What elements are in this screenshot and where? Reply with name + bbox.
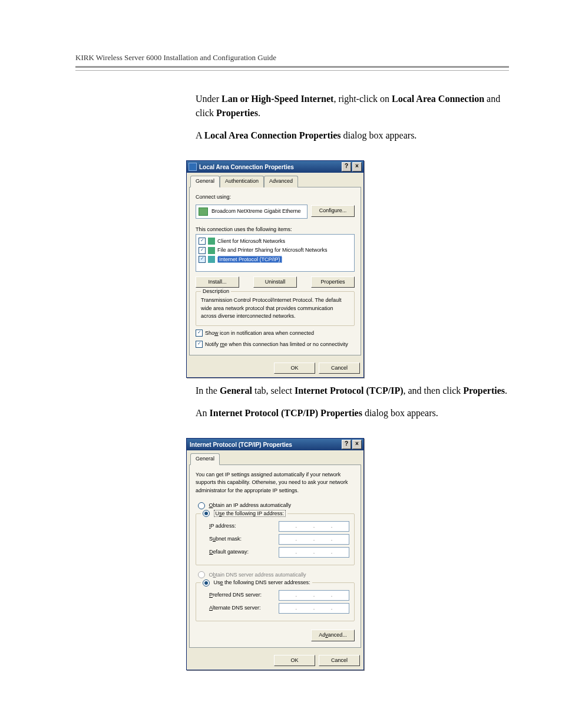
p1-bold-3: Properties xyxy=(216,108,258,118)
checkbox-icon[interactable]: ✓ xyxy=(196,330,203,337)
description-legend: Description xyxy=(201,288,231,296)
p3-text2: tab, select xyxy=(252,386,295,396)
notify-checkbox[interactable]: ✓ Notify me when this connection has lim… xyxy=(196,341,355,349)
pref-dns-input[interactable]: ... xyxy=(279,590,349,601)
p4-bold: Internet Protocol (TCP/IP) Properties xyxy=(210,408,362,418)
p3-bold-1: General xyxy=(220,386,252,396)
advanced-button[interactable]: Advanced... xyxy=(311,630,355,641)
radio-label: Use the following IP address: xyxy=(214,510,286,517)
p1-text4: . xyxy=(258,108,260,118)
titlebar[interactable]: Internet Protocol (TCP/IP) Properties ? … xyxy=(187,439,363,450)
t: lternate DNS server: xyxy=(213,605,261,611)
configure-button[interactable]: Configure... xyxy=(311,205,355,217)
p1-bold-1: Lan or High-Speed Internet xyxy=(222,94,333,104)
gateway-row: Default gateway: ... xyxy=(209,547,349,558)
checkbox-icon[interactable]: ✓ xyxy=(199,238,206,245)
cancel-button[interactable]: Cancel xyxy=(319,363,360,374)
radio-obtain-ip[interactable]: Obtain an IP address automatically xyxy=(198,502,355,510)
t: Us xyxy=(214,579,220,585)
cancel-button[interactable]: Cancel xyxy=(319,655,360,667)
body-content: Under Lan or High-Speed Internet, right-… xyxy=(196,92,509,670)
tab-general[interactable]: General xyxy=(190,176,220,187)
t: e the following IP address: xyxy=(222,510,284,516)
description-group: Description Transmission Control Protoco… xyxy=(196,291,355,326)
p3-text4: . xyxy=(505,386,507,396)
p4-text2: dialog box appears. xyxy=(362,408,438,418)
window-title: Local Area Connection Properties xyxy=(199,163,340,172)
ip-address-input[interactable]: ... xyxy=(279,521,349,532)
list-item-fileprint[interactable]: ✓ File and Printer Sharing for Microsoft… xyxy=(199,246,352,255)
p4-text: An xyxy=(196,408,210,418)
radio-icon[interactable] xyxy=(203,579,210,587)
t: referred DNS server: xyxy=(213,592,262,598)
intro-text: You can get IP settings assigned automat… xyxy=(196,471,355,495)
tab-advanced[interactable]: Advanced xyxy=(264,176,298,187)
p3-text: In the xyxy=(196,386,220,396)
t: P address: xyxy=(211,523,236,529)
dialog-lan-properties-figure: Local Area Connection Properties ? × Gen… xyxy=(186,160,509,378)
checkbox-icon[interactable]: ✓ xyxy=(196,341,203,348)
list-item-label: Internet Protocol (TCP/IP) xyxy=(217,256,352,264)
radio-label: Obtain an IP address automatically xyxy=(209,502,291,508)
adapter-name: Broadcom NetXtreme Gigabit Etherne xyxy=(211,207,301,216)
help-button[interactable]: ? xyxy=(342,162,351,172)
install-button[interactable]: Install... xyxy=(196,276,239,288)
alt-dns-row: Alternate DNS server: ... xyxy=(209,603,349,614)
close-button[interactable]: × xyxy=(352,440,362,449)
p1-text2: , right-click on xyxy=(333,94,392,104)
show-icon-checkbox[interactable]: ✓ Show icon in notification area when co… xyxy=(196,330,355,338)
checkbox-icon[interactable]: ✓ xyxy=(199,256,206,263)
protocol-icon xyxy=(208,256,215,263)
ok-button[interactable]: OK xyxy=(274,655,315,667)
radio-use-ip[interactable]: Use the following IP address: xyxy=(201,510,287,518)
t: Ad xyxy=(319,632,325,638)
header-rule-thin xyxy=(75,70,509,71)
tab-general[interactable]: General xyxy=(190,453,220,465)
t: anced... xyxy=(328,632,347,638)
subnet-label: Subnet mask: xyxy=(209,535,242,543)
show-icon-label: Show icon in notification area when conn… xyxy=(205,330,314,338)
radio-icon[interactable] xyxy=(203,510,210,517)
dialog-lan-properties: Local Area Connection Properties ? × Gen… xyxy=(186,160,364,378)
description-text: Transmission Control Protocol/Internet P… xyxy=(201,297,349,321)
radio-icon[interactable] xyxy=(198,502,205,509)
help-button[interactable]: ? xyxy=(342,440,351,449)
window-icon xyxy=(189,163,197,171)
items-listbox[interactable]: ✓ Client for Microsoft Networks ✓ File a… xyxy=(196,234,355,272)
list-item-tcpip[interactable]: ✓ Internet Protocol (TCP/IP) xyxy=(199,255,352,265)
checkbox-icon[interactable]: ✓ xyxy=(199,247,206,254)
adapter-field: Broadcom NetXtreme Gigabit Etherne xyxy=(196,205,308,219)
list-item-label: Client for Microsoft Networks xyxy=(217,238,352,246)
pref-dns-label: Preferred DNS server: xyxy=(209,591,262,599)
alt-dns-input[interactable]: ... xyxy=(279,603,349,614)
dialog-tcpip-properties: Internet Protocol (TCP/IP) Properties ? … xyxy=(186,438,364,670)
tab-authentication[interactable]: Authentication xyxy=(220,176,264,187)
alt-dns-label: Alternate DNS server: xyxy=(209,604,261,612)
ip-address-label: IP address: xyxy=(209,522,236,531)
radio-use-dns[interactable]: Use the following DNS server addresses: xyxy=(201,579,312,587)
ok-button[interactable]: OK xyxy=(274,363,315,374)
adapter-icon xyxy=(199,207,208,216)
radio-obtain-dns: Obtain DNS server address automatically xyxy=(198,571,355,579)
list-item-client[interactable]: ✓ Client for Microsoft Networks xyxy=(199,237,352,246)
uninstall-button[interactable]: Uninstall xyxy=(253,276,297,288)
running-header: KIRK Wireless Server 6000 Installation a… xyxy=(75,53,509,62)
p3-bold-2: Internet Protocol (TCP/IP) xyxy=(295,386,404,396)
p2-bold: Local Area Connection Properties xyxy=(204,130,341,140)
gateway-input[interactable]: ... xyxy=(279,547,349,558)
titlebar[interactable]: Local Area Connection Properties ? × xyxy=(187,161,363,173)
ip-address-row: IP address: ... xyxy=(209,521,349,532)
dialog-tcpip-properties-figure: Internet Protocol (TCP/IP) Properties ? … xyxy=(186,438,509,670)
radio-icon xyxy=(198,571,205,578)
items-label: This connection uses the following items… xyxy=(196,226,355,234)
subnet-input[interactable]: ... xyxy=(279,534,349,545)
p3-text3: , and then click xyxy=(403,386,463,396)
t: Sho xyxy=(205,330,214,336)
close-button[interactable]: × xyxy=(352,162,362,172)
paragraph-4: An Internet Protocol (TCP/IP) Properties… xyxy=(196,406,509,420)
list-item-label: File and Printer Sharing for Microsoft N… xyxy=(217,246,352,255)
paragraph-1: Under Lan or High-Speed Internet, right-… xyxy=(196,92,509,120)
t: Notify xyxy=(205,341,220,347)
window-title: Internet Protocol (TCP/IP) Properties xyxy=(190,440,340,449)
properties-button[interactable]: Properties xyxy=(311,276,355,288)
